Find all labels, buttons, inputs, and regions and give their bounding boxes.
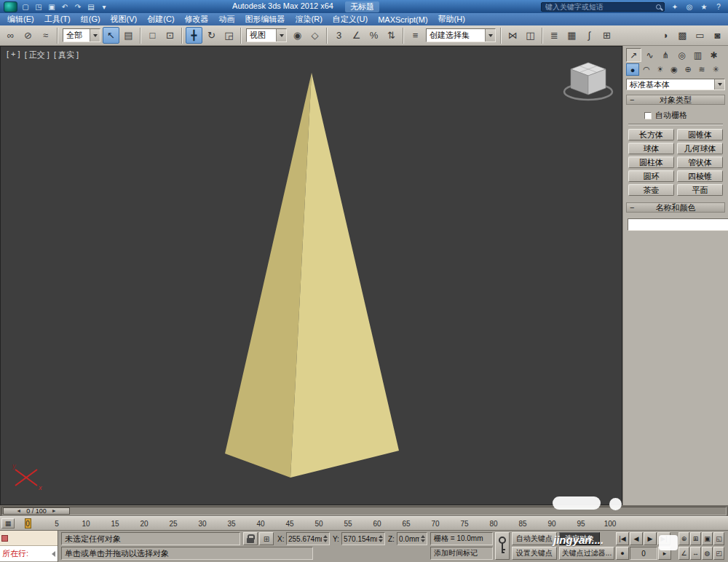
- set-key-button[interactable]: 设置关键点: [512, 547, 557, 560]
- menu-help[interactable]: 帮助(H): [433, 13, 470, 25]
- select-and-manipulate-button[interactable]: ◇: [306, 27, 323, 44]
- help-icon[interactable]: ?: [713, 1, 724, 12]
- mirror-button[interactable]: ⋈: [505, 27, 521, 44]
- snaps-toggle-3d-button[interactable]: 3: [331, 27, 347, 44]
- dropdown-arrow-icon[interactable]: [276, 29, 286, 41]
- primitive-button-5[interactable]: 管状体: [677, 157, 723, 168]
- field-of-view-button[interactable]: ∠: [678, 547, 689, 560]
- viewport-view-label[interactable]: [ 正交 ]: [25, 50, 50, 60]
- project-folder-button[interactable]: ▤: [85, 1, 97, 12]
- add-time-tag-field[interactable]: 添加时间标记: [430, 547, 493, 560]
- primitive-button-0[interactable]: 长方体: [628, 129, 674, 140]
- x-coordinate-field[interactable]: 255.674mm: [286, 532, 330, 545]
- go-to-end-button[interactable]: ▶|: [657, 532, 670, 545]
- favorites-icon[interactable]: ★: [698, 1, 710, 12]
- category-shapes[interactable]: ◠: [640, 63, 653, 76]
- time-slider-next-arrow[interactable]: ►: [52, 508, 57, 513]
- orbit-button[interactable]: ◍: [702, 547, 713, 560]
- key-target-dropdown[interactable]: 选定对象: [559, 532, 600, 545]
- category-space-warps[interactable]: ≋: [695, 63, 708, 76]
- percent-snap-toggle[interactable]: %: [365, 27, 382, 44]
- category-cameras[interactable]: ◉: [668, 63, 681, 76]
- category-helpers[interactable]: ⊕: [681, 63, 695, 76]
- select-and-link-button[interactable]: ∞: [2, 27, 19, 44]
- primitive-button-9[interactable]: 平面: [677, 184, 723, 196]
- tab-motion[interactable]: ◎: [674, 48, 689, 62]
- render-production-button[interactable]: ◙: [709, 27, 726, 44]
- selection-lock-toggle[interactable]: [243, 532, 258, 545]
- sign-in-icon[interactable]: ✦: [669, 1, 681, 12]
- viewport-menu-label[interactable]: [ + ]: [7, 50, 20, 60]
- zoom-button[interactable]: ⊕: [678, 532, 689, 545]
- primitive-button-2[interactable]: 球体: [628, 143, 674, 154]
- collapse-icon[interactable]: −: [630, 95, 637, 104]
- menu-customize[interactable]: 自定义(U): [328, 13, 373, 25]
- menu-edit[interactable]: 编辑(E): [2, 13, 39, 25]
- maximize-viewport-toggle[interactable]: ◰: [713, 547, 724, 560]
- menu-rendering[interactable]: 渲染(R): [290, 13, 328, 25]
- align-button[interactable]: ◫: [522, 27, 539, 44]
- angle-snap-toggle[interactable]: ∠: [348, 27, 365, 44]
- edit-named-selection-sets-button[interactable]: ≡: [407, 27, 424, 44]
- auto-key-toggle[interactable]: 自动关键点: [512, 532, 557, 545]
- primitive-button-4[interactable]: 圆柱体: [628, 157, 674, 168]
- current-frame-field[interactable]: 0: [630, 547, 657, 560]
- qat-dropdown-arrow[interactable]: ▾: [98, 1, 110, 12]
- menu-animation[interactable]: 动画: [214, 13, 240, 25]
- category-lights[interactable]: ☀: [654, 63, 667, 76]
- x-spinner[interactable]: [323, 535, 328, 542]
- select-by-name-button[interactable]: ▤: [120, 27, 137, 44]
- select-and-rotate-button[interactable]: ↻: [203, 27, 220, 44]
- select-and-scale-button[interactable]: ◲: [221, 27, 237, 44]
- primitive-button-1[interactable]: 圆锥体: [677, 129, 723, 140]
- open-file-button[interactable]: ◳: [33, 1, 44, 12]
- menu-views[interactable]: 视图(V): [106, 13, 143, 25]
- viewcube[interactable]: [562, 58, 614, 105]
- viewport[interactable]: [ + ] [ 正交 ] [ 真实 ] x y: [0, 46, 622, 505]
- search-icon[interactable]: [656, 4, 661, 9]
- primitive-button-3[interactable]: 几何球体: [677, 143, 723, 154]
- zoom-all-button[interactable]: ⊞: [690, 532, 701, 545]
- macro-recorder-pane[interactable]: [0, 531, 58, 546]
- y-coordinate-field[interactable]: 570.154mm: [341, 532, 385, 545]
- primitive-button-8[interactable]: 茶壶: [628, 184, 674, 196]
- collapse-icon[interactable]: −: [630, 203, 637, 212]
- schematic-view-button[interactable]: ⊞: [598, 27, 615, 44]
- menu-create[interactable]: 创建(C): [142, 13, 179, 25]
- key-mode-toggle[interactable]: ●: [616, 547, 629, 560]
- primitive-button-6[interactable]: 圆环: [628, 170, 674, 182]
- viewport-shading-label[interactable]: [ 真实 ]: [54, 50, 79, 60]
- category-systems[interactable]: ✳: [709, 63, 722, 76]
- dropdown-arrow-icon[interactable]: [90, 29, 100, 41]
- graphite-ribbon-toggle[interactable]: ▦: [563, 27, 580, 44]
- z-spinner[interactable]: [421, 535, 425, 542]
- tab-utilities[interactable]: ✱: [706, 48, 721, 62]
- dropdown-arrow-icon[interactable]: [485, 29, 495, 41]
- undo-button[interactable]: ↶: [59, 1, 71, 12]
- geometry-type-dropdown[interactable]: 标准基本体: [626, 79, 725, 90]
- listener-scroll-arrow-icon[interactable]: [52, 551, 55, 557]
- next-frame-button[interactable]: ▸: [658, 547, 671, 560]
- curve-editor-button[interactable]: ∫: [581, 27, 598, 44]
- tab-hierarchy[interactable]: ⋔: [658, 48, 673, 62]
- play-animation-button[interactable]: ▶: [644, 532, 657, 545]
- unlink-selection-button[interactable]: ⊘: [20, 27, 36, 44]
- zoom-region-button[interactable]: ◱: [713, 532, 724, 545]
- category-geometry[interactable]: ●: [626, 63, 639, 76]
- object-type-rollout-header[interactable]: − 对象类型: [626, 95, 725, 105]
- rectangular-selection-region-button[interactable]: □: [144, 27, 161, 44]
- object-name-input[interactable]: [628, 218, 728, 231]
- save-file-button[interactable]: ▣: [46, 1, 58, 12]
- layer-manager-button[interactable]: ≣: [546, 27, 563, 44]
- new-scene-button[interactable]: ▢: [20, 1, 31, 12]
- primitive-button-7[interactable]: 四棱锥: [677, 170, 723, 182]
- time-slider-track[interactable]: ◄ 0 / 100 ►: [1, 507, 727, 515]
- autogrid-checkbox[interactable]: [644, 112, 652, 119]
- pyramid-object[interactable]: [1, 47, 622, 504]
- name-color-rollout-header[interactable]: − 名称和颜色: [626, 202, 725, 213]
- go-to-start-button[interactable]: |◀: [616, 532, 629, 545]
- menu-group[interactable]: 组(G): [76, 13, 106, 25]
- bind-to-space-warp-button[interactable]: ≈: [37, 27, 54, 44]
- z-coordinate-field[interactable]: 0.0mm: [397, 532, 427, 545]
- pan-view-button[interactable]: ↔: [690, 547, 701, 560]
